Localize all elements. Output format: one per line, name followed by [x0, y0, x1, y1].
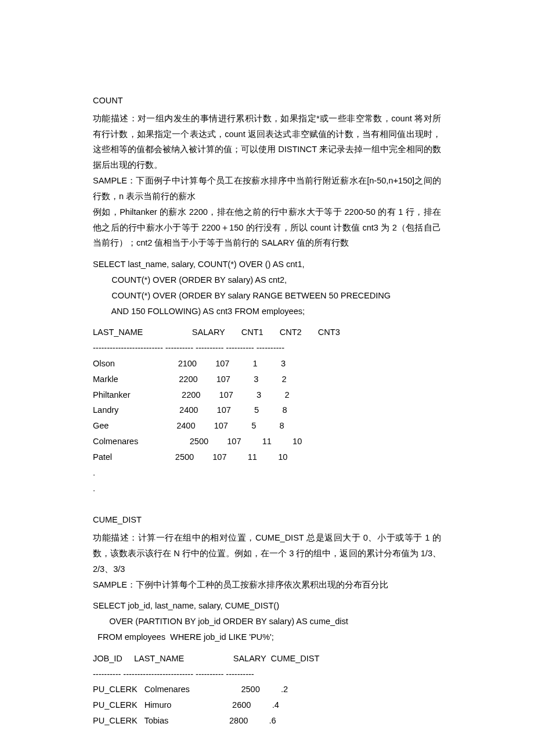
cumedist-heading: CUME_DIST	[93, 512, 441, 528]
count-heading: COUNT	[93, 93, 441, 109]
count-example: 例如，Philtanker 的薪水 2200，排在他之前的行中薪水大于等于 22…	[93, 204, 441, 251]
count-sample-intro: SAMPLE：下面例子中计算每个员工在按薪水排序中当前行附近薪水在[n-50,n…	[93, 173, 441, 204]
count-sql: SELECT last_name, salary, COUNT(*) OVER …	[93, 257, 441, 319]
count-description: 功能描述：对一组内发生的事情进行累积计数，如果指定*或一些非空常数，count …	[93, 111, 441, 173]
cumedist-result-table: JOB_ID LAST_NAME SALARY CUME_DIST ------…	[93, 651, 441, 729]
count-result-table: LAST_NAME SALARY CNT1 CNT2 CNT3 --------…	[93, 325, 441, 496]
cumedist-sample-intro: SAMPLE：下例中计算每个工种的员工按薪水排序依次累积出现的分布百分比	[93, 577, 441, 593]
document-page: COUNT 功能描述：对一组内发生的事情进行累积计数，如果指定*或一些非空常数，…	[0, 0, 534, 756]
cumedist-sql: SELECT job_id, last_name, salary, CUME_D…	[93, 598, 441, 645]
cumedist-description: 功能描述：计算一行在组中的相对位置，CUME_DIST 总是返回大于 0、小于或…	[93, 530, 441, 577]
